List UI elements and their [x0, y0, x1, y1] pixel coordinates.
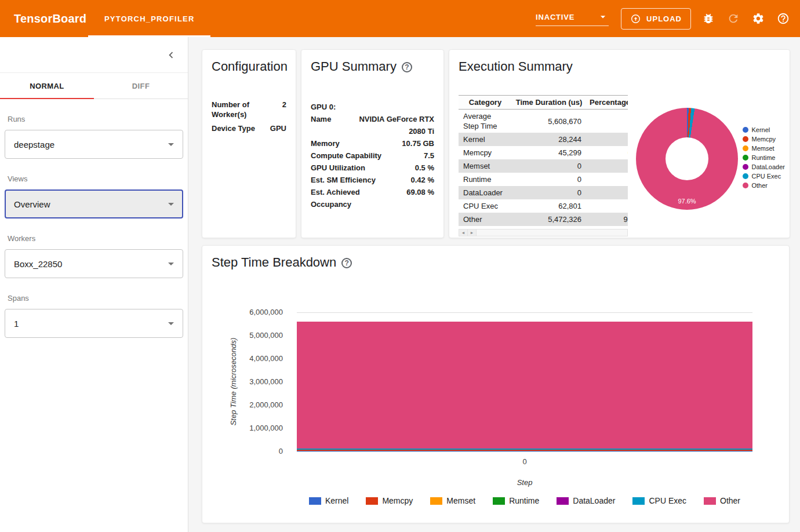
- exec-duration-cell: 5,472,326: [512, 213, 586, 226]
- gpu-value: 69.08 %: [406, 186, 434, 198]
- gpu-summary-row: Est. Achieved Occupancy69.08 %: [311, 186, 434, 210]
- tab-diff[interactable]: DIFF: [94, 73, 188, 99]
- exec-category-cell: Runtime: [459, 173, 512, 186]
- gpu-value: NVIDIA GeForce RTX 2080 Ti: [346, 113, 434, 137]
- pie-legend-item: Memset: [743, 145, 786, 152]
- gear-icon: [752, 12, 765, 25]
- pie-legend-item: Other: [743, 182, 786, 189]
- tab-pytorch-profiler[interactable]: PYTORCH_PROFILER: [88, 0, 210, 37]
- step-legend-item: Memset: [430, 496, 475, 505]
- step-time-breakdown-title: Step Time Breakdown ?: [212, 255, 780, 270]
- select-spans[interactable]: 1: [5, 309, 183, 338]
- exec-duration-cell: 28,244: [512, 133, 586, 146]
- select-views-value: Overview: [14, 199, 50, 209]
- exec-table-row[interactable]: Other5,472,32697.57: [459, 213, 628, 226]
- sidebar-field-runs: Runsdeepstage: [5, 115, 183, 159]
- step-legend-label: CPU Exec: [649, 496, 686, 505]
- execution-summary-card: Execution Summary CategoryTime Duration …: [449, 49, 790, 238]
- step-legend: KernelMemcpyMemsetRuntimeDataLoaderCPU E…: [297, 496, 752, 505]
- pie-legend-item: DataLoader: [743, 163, 786, 170]
- exec-table-row[interactable]: Average Step Time5,608,670100: [459, 110, 628, 133]
- config-label: Device Type: [212, 123, 255, 133]
- pie-legend-label: Kernel: [752, 126, 770, 133]
- select-views[interactable]: Overview: [5, 190, 183, 218]
- plugin-tab-label: PYTORCH_PROFILER: [104, 14, 194, 23]
- main-content: Configuration Number of Worker(s)2Device…: [188, 37, 800, 532]
- exec-table-row[interactable]: Kernel28,2440.5: [459, 133, 628, 146]
- refresh-button[interactable]: [726, 11, 741, 26]
- select-spans-value: 1: [14, 319, 19, 329]
- step-plot-area[interactable]: [297, 312, 752, 451]
- gpu-summary-rows: NameNVIDIA GeForce RTX 2080 TiMemory10.7…: [311, 113, 434, 210]
- select-workers[interactable]: Boxx_22850: [5, 249, 183, 278]
- exec-table-row[interactable]: DataLoader00: [459, 186, 628, 199]
- exec-percentage-cell: 0.81: [586, 146, 628, 159]
- status-select[interactable]: INACTIVE: [536, 11, 609, 26]
- gpu-label: Est. SM Efficiency: [311, 174, 376, 186]
- execution-pie-wrap: 97.6%: [636, 108, 738, 210]
- configuration-card: Configuration Number of Worker(s)2Device…: [202, 49, 296, 238]
- help-icon: [777, 12, 790, 25]
- field-label-spans: Spans: [8, 294, 181, 303]
- gpu-value: 0.5 %: [415, 162, 434, 174]
- scroll-right-button[interactable]: ►: [468, 229, 477, 236]
- exec-percentage-cell: 0: [586, 173, 628, 186]
- step-legend-item: Memcpy: [366, 496, 413, 505]
- step-legend-label: DataLoader: [573, 496, 615, 505]
- exec-category-cell: Other: [459, 213, 512, 226]
- exec-percentage-cell: 100: [586, 110, 628, 133]
- select-runs[interactable]: deepstage: [5, 130, 183, 159]
- summary-cards-row: Configuration Number of Worker(s)2Device…: [202, 49, 790, 238]
- gpu-value: 10.75 GB: [402, 137, 434, 150]
- execution-table-header-row: CategoryTime Duration (us)Percentage (%): [459, 96, 628, 110]
- help-icon[interactable]: ?: [341, 258, 352, 268]
- upload-label: UPLOAD: [646, 14, 682, 23]
- chevron-down-icon: [164, 316, 178, 330]
- exec-category-cell: Kernel: [459, 133, 512, 146]
- step-time-breakdown-card: Step Time Breakdown ? Step Time (microse…: [202, 245, 790, 523]
- exec-table-row[interactable]: Memset00: [459, 159, 628, 173]
- bug-report-button[interactable]: [701, 11, 716, 26]
- status-select-value: INACTIVE: [536, 13, 574, 21]
- step-legend-item: CPU Exec: [632, 496, 686, 505]
- gpu-summary-row: GPU Utilization0.5 %: [311, 162, 434, 174]
- area-series-kernel: [297, 451, 752, 451]
- tab-normal-label: NORMAL: [30, 82, 64, 90]
- exec-table-row[interactable]: Runtime00: [459, 173, 628, 186]
- gpu-label: Name: [311, 113, 331, 125]
- step-legend-item: Runtime: [493, 496, 539, 505]
- exec-percentage-cell: 0.5: [586, 133, 628, 146]
- configuration-title: Configuration: [212, 59, 286, 74]
- exec-column-header: Category: [459, 96, 512, 110]
- sidebar-field-workers: WorkersBoxx_22850: [5, 234, 183, 278]
- y-tick-label: 4,000,000: [202, 354, 290, 363]
- scroll-left-button[interactable]: ◄: [459, 229, 468, 236]
- pie-legend-item: Runtime: [743, 154, 786, 161]
- exec-table-row[interactable]: Memcpy45,2990.81: [459, 146, 628, 159]
- legend-swatch: [632, 497, 645, 505]
- table-horizontal-scrollbar[interactable]: ◄ ►: [459, 229, 628, 236]
- exec-duration-cell: 0: [512, 186, 586, 199]
- y-tick-label: 0: [202, 447, 290, 456]
- y-tick-label: 6,000,000: [202, 308, 290, 316]
- exec-category-cell: CPU Exec: [459, 199, 512, 213]
- exec-duration-cell: 45,299: [512, 146, 586, 159]
- settings-button[interactable]: [751, 11, 766, 26]
- help-button[interactable]: [776, 11, 791, 26]
- gpu-summary-card: GPU Summary ? GPU 0: NameNVIDIA GeForce …: [301, 49, 444, 238]
- gpu-summary-row: Memory10.75 GB: [311, 137, 434, 150]
- exec-column-header: Percentage (%): [586, 96, 628, 110]
- y-tick-label: 2,000,000: [202, 400, 290, 409]
- config-label: Number of Worker(s): [212, 100, 264, 119]
- upload-button[interactable]: UPLOAD: [621, 8, 691, 30]
- execution-table-wrap: CategoryTime Duration (us)Percentage (%)…: [459, 95, 628, 226]
- collapse-sidebar-button[interactable]: [162, 46, 180, 64]
- step-legend-label: Kernel: [325, 496, 348, 505]
- exec-category-cell: Average Step Time: [459, 110, 512, 133]
- help-icon[interactable]: ?: [402, 62, 412, 72]
- tab-normal[interactable]: NORMAL: [0, 73, 94, 99]
- legend-swatch: [493, 497, 505, 505]
- pie-legend-label: Memset: [752, 145, 774, 152]
- execution-pie-donut[interactable]: [636, 108, 738, 210]
- exec-table-row[interactable]: CPU Exec62,8011.12: [459, 199, 628, 213]
